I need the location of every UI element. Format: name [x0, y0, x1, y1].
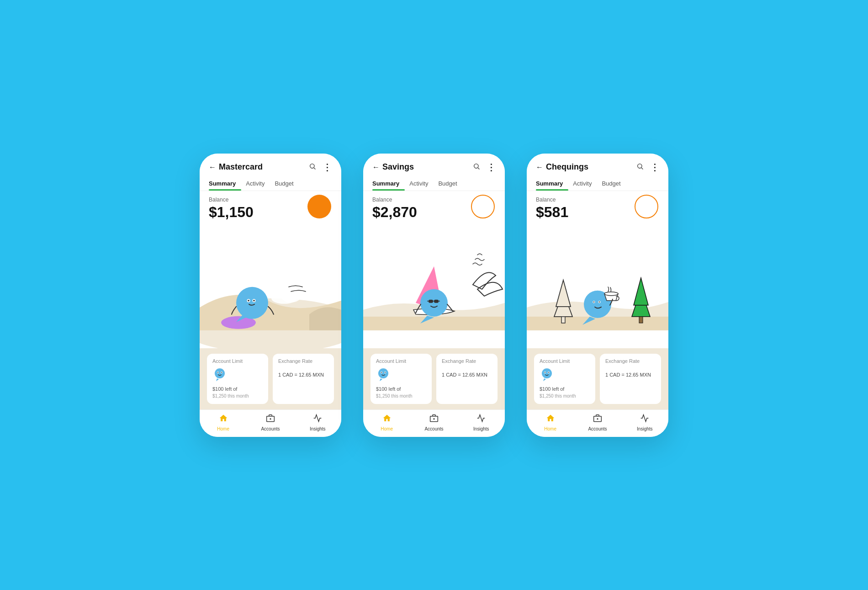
back-icon[interactable]: ←: [536, 163, 543, 171]
illustration-chequings: [527, 221, 668, 349]
header-actions: ⋮: [309, 162, 332, 173]
header-actions: ⋮: [473, 162, 496, 173]
nav-home[interactable]: Home: [200, 414, 247, 431]
tab-summary[interactable]: Summary: [536, 176, 568, 191]
header-title-savings: ← Savings: [372, 162, 414, 172]
svg-point-10: [253, 300, 255, 302]
header-savings: ← Savings ⋮: [363, 154, 505, 176]
exchange-rate-card: Exchange Rate 1 CAD = 12.65 MXN: [600, 354, 661, 404]
sun-decoration: [471, 195, 495, 218]
svg-point-48: [593, 301, 594, 302]
tabs-chequings: Summary Activity Budget: [527, 176, 668, 191]
svg-point-36: [638, 164, 642, 168]
nav-accounts[interactable]: Accounts: [410, 414, 457, 431]
svg-point-14: [217, 372, 218, 373]
svg-point-19: [474, 164, 478, 168]
sun-decoration: [307, 195, 331, 218]
nav-insights[interactable]: Insights: [621, 414, 668, 431]
svg-point-28: [378, 368, 388, 378]
nav-home[interactable]: Home: [527, 414, 574, 431]
search-icon[interactable]: [309, 163, 316, 172]
svg-rect-24: [434, 299, 439, 303]
nav-home[interactable]: Home: [363, 414, 410, 431]
tab-activity[interactable]: Activity: [246, 176, 270, 191]
svg-line-1: [314, 168, 315, 169]
svg-point-54: [545, 372, 545, 373]
svg-point-15: [221, 372, 222, 373]
info-section-chequings: Account Limit $100 left of $1,250 this m…: [527, 348, 668, 409]
svg-line-37: [641, 168, 643, 169]
svg-point-11: [215, 368, 225, 378]
tab-budget[interactable]: Budget: [275, 176, 299, 191]
more-icon[interactable]: ⋮: [650, 162, 659, 173]
bottom-nav-savings: Home Accounts Insights: [363, 409, 505, 437]
account-limit-card: Account Limit $100 left of $1,250 this m…: [370, 354, 432, 404]
more-icon[interactable]: ⋮: [323, 162, 332, 173]
more-icon[interactable]: ⋮: [487, 162, 496, 173]
nav-insights[interactable]: Insights: [458, 414, 505, 431]
exchange-rate-value: 1 CAD = 12.65 MXN: [442, 367, 492, 377]
svg-rect-44: [561, 316, 565, 323]
header-title-chequings: ← Chequings: [536, 162, 588, 172]
tab-budget[interactable]: Budget: [438, 176, 462, 191]
nav-home-label: Home: [544, 426, 556, 431]
account-title: Savings: [382, 162, 414, 172]
tabs-mastercard: Summary Activity Budget: [200, 176, 341, 191]
illustration-savings: [363, 221, 505, 349]
account-limit-icon: [376, 367, 391, 382]
nav-insights-label: Insights: [473, 426, 489, 431]
account-limit-body: $100 left of $1,250 this month: [212, 386, 263, 399]
account-limit-card: Account Limit $100 left of $1,250 this m…: [207, 354, 268, 404]
tab-budget[interactable]: Budget: [602, 176, 626, 191]
home-icon: [546, 414, 555, 425]
exchange-rate-title: Exchange Rate: [605, 358, 656, 364]
accounts-icon: [593, 414, 602, 425]
nav-insights-label: Insights: [310, 426, 325, 431]
tab-summary[interactable]: Summary: [372, 176, 405, 191]
header-title-mastercard: ← Mastercard: [209, 162, 263, 172]
tab-activity[interactable]: Activity: [409, 176, 434, 191]
svg-point-22: [420, 289, 448, 316]
nav-accounts-label: Accounts: [261, 426, 280, 431]
account-title: Chequings: [546, 162, 588, 172]
svg-line-20: [478, 168, 479, 169]
accounts-icon: [266, 414, 275, 425]
home-icon: [382, 414, 392, 425]
svg-marker-40: [634, 277, 648, 305]
svg-marker-43: [556, 280, 571, 306]
svg-point-31: [381, 372, 382, 373]
account-limit-card: Account Limit $100 left of $1,250 this m…: [534, 354, 595, 404]
svg-rect-23: [429, 299, 433, 303]
account-limit-body: $100 left of $1,250 this month: [376, 386, 426, 399]
exchange-rate-card: Exchange Rate 1 CAD = 12.65 MXN: [436, 354, 498, 404]
insights-icon: [640, 414, 649, 425]
svg-point-51: [542, 368, 552, 378]
back-icon[interactable]: ←: [209, 163, 216, 171]
account-limit-icon: [540, 367, 554, 382]
account-limit-title: Account Limit: [540, 358, 590, 364]
svg-point-55: [548, 372, 549, 373]
insights-icon: [476, 414, 486, 425]
nav-accounts[interactable]: Accounts: [247, 414, 294, 431]
header-chequings: ← Chequings ⋮: [527, 154, 668, 176]
tab-activity[interactable]: Activity: [573, 176, 597, 191]
svg-point-0: [310, 164, 314, 168]
search-icon[interactable]: [636, 163, 644, 172]
account-title: Mastercard: [219, 162, 263, 172]
svg-point-32: [385, 372, 386, 373]
info-section-savings: Account Limit $100 left of $1,250 this m…: [363, 348, 505, 409]
back-icon[interactable]: ←: [372, 163, 380, 171]
bottom-nav-mastercard: Home Accounts Insights: [200, 409, 341, 437]
svg-point-49: [599, 301, 600, 302]
nav-accounts-label: Accounts: [424, 426, 443, 431]
tabs-savings: Summary Activity Budget: [363, 176, 505, 191]
nav-insights[interactable]: Insights: [294, 414, 341, 431]
balance-area-mastercard: Balance $1,150: [200, 191, 341, 221]
nav-accounts[interactable]: Accounts: [574, 414, 621, 431]
exchange-rate-title: Exchange Rate: [442, 358, 492, 364]
search-icon[interactable]: [473, 163, 480, 172]
svg-rect-41: [639, 316, 643, 323]
svg-point-6: [236, 287, 268, 319]
exchange-rate-value: 1 CAD = 12.65 MXN: [278, 367, 328, 377]
tab-summary[interactable]: Summary: [209, 176, 241, 191]
